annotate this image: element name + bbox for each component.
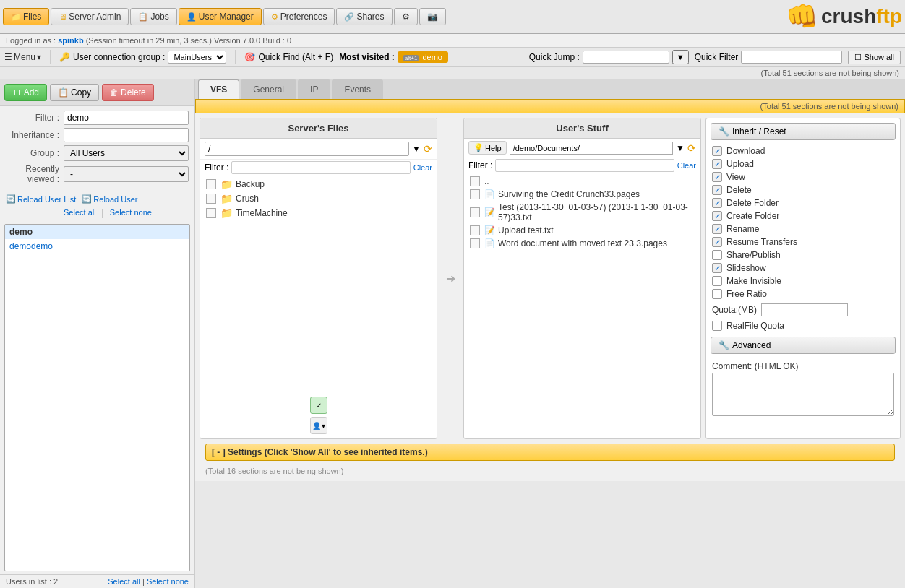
file-checkbox[interactable] [206, 194, 216, 204]
help-button[interactable]: 💡 Help [468, 141, 507, 155]
permissions-panel: 🔧 Inherit / Reset Download Upload [705, 118, 901, 439]
server-file-row-0[interactable]: 📁 Backup [200, 177, 437, 191]
comment-textarea[interactable] [712, 373, 894, 416]
demo-badge[interactable]: alt+1 demo [398, 51, 448, 63]
refresh-icon[interactable]: ⟳ [424, 143, 432, 155]
perm-checkbox-realfile-quota[interactable] [712, 321, 722, 331]
uss-filter-input[interactable] [495, 159, 674, 172]
perm-checkbox-upload[interactable] [712, 159, 722, 169]
uss-refresh-icon[interactable]: ⟳ [687, 142, 696, 154]
reload-user-icon: 🔄 [82, 194, 92, 204]
uss-file-row-0[interactable]: .. [464, 175, 700, 188]
tab-general[interactable]: General [241, 79, 296, 99]
perm-row-download: Download [712, 144, 894, 157]
inherit-reset-button[interactable]: 🔧 Inherit / Reset [711, 123, 896, 140]
group-select[interactable]: All Users [64, 145, 189, 161]
user-item-demodemo[interactable]: demodemo [5, 239, 189, 254]
user-item-demo[interactable]: demo [5, 225, 189, 239]
perm-checkbox-make-invisible[interactable] [712, 276, 722, 286]
total-notice: (Total 51 sections are not being shown) [761, 69, 899, 77]
server-filter-row: Filter : Clear [200, 160, 437, 176]
tab-jobs[interactable]: 📋 Jobs [130, 8, 176, 25]
advanced-button[interactable]: 🔧 Advanced [711, 337, 896, 354]
select-none-top-link[interactable]: Select none [110, 208, 152, 218]
menu-button[interactable]: ☰ Menu ▾ [4, 52, 41, 62]
uss-path-input[interactable] [510, 142, 673, 155]
file-checkbox[interactable] [470, 176, 480, 186]
add-button[interactable]: + + Add [4, 84, 47, 101]
tab-ip[interactable]: IP [298, 79, 330, 99]
confirm-action-btn[interactable]: ✓ [310, 397, 327, 414]
file-checkbox[interactable] [470, 207, 480, 217]
right-arrow-icon: ➜ [446, 272, 455, 285]
show-all-button[interactable]: ☐ Show all [848, 51, 901, 64]
user-dropdown-btn[interactable]: 👤 ▾ [310, 417, 327, 434]
inheritance-input[interactable] [64, 128, 189, 142]
path-input[interactable] [205, 142, 409, 156]
tab-user-manager[interactable]: 👤 User Manager [179, 8, 262, 25]
server-filter-input[interactable] [231, 161, 410, 174]
quick-filter-input[interactable] [741, 51, 842, 64]
tab-server-admin[interactable]: 🖥 Server Admin [51, 8, 129, 25]
file-checkbox[interactable] [206, 179, 216, 189]
quota-input[interactable] [761, 303, 848, 316]
copy-button[interactable]: 📋 Copy [50, 84, 99, 101]
select-links-top: Select all | Select none [0, 207, 194, 221]
tab-extra2[interactable]: 📷 [419, 8, 446, 25]
server-file-row-2[interactable]: 📁 TimeMachine [200, 206, 437, 220]
reload-user-list-link[interactable]: 🔄 Reload User List [6, 194, 76, 204]
uss-file-row-4[interactable]: 📄 Word document with moved text 23 3.pag… [464, 237, 700, 250]
tab-files[interactable]: 📁 Files [3, 8, 49, 25]
perm-row-resume-transfers: Resume Transfers [712, 235, 894, 248]
select-all-top-link[interactable]: Select all [64, 208, 96, 218]
uss-file-row-3[interactable]: 📝 Upload test.txt [464, 224, 700, 237]
perm-checkbox-share-publish[interactable] [712, 250, 722, 260]
perm-row-free-ratio: Free Ratio [712, 287, 894, 301]
tab-vfs[interactable]: VFS [198, 79, 239, 99]
file-checkbox[interactable] [470, 238, 480, 248]
select-all-bottom-link[interactable]: Select all [108, 577, 140, 586]
perm-checkbox-delete[interactable] [712, 185, 722, 195]
tab-extra1[interactable]: ⚙ [394, 8, 418, 25]
tab-shares[interactable]: 🔗 Shares [336, 8, 392, 25]
file-checkbox[interactable] [470, 225, 480, 235]
divider2 [235, 50, 236, 64]
perm-row-delete-folder: Delete Folder [712, 196, 894, 209]
reload-list-icon: 🔄 [6, 194, 16, 204]
select-none-bottom-link[interactable]: Select none [147, 577, 189, 586]
perm-checkbox-slideshow[interactable] [712, 263, 722, 273]
file-checkbox[interactable] [470, 189, 480, 199]
server-file-row-1[interactable]: 📁 Crush [200, 191, 437, 206]
perm-checkbox-download[interactable] [712, 146, 722, 156]
uss-top-bar: 💡 Help ▼ ⟳ [464, 139, 700, 157]
uss-path-dropdown[interactable]: ▼ [676, 143, 685, 153]
uss-file-row-2[interactable]: 📝 Test (2013-11-30_01-03-57) (2013-1 1-3… [464, 201, 700, 224]
reload-user-link[interactable]: 🔄 Reload User [82, 194, 137, 204]
perm-checkbox-delete-folder[interactable] [712, 198, 722, 208]
perm-checkbox-free-ratio[interactable] [712, 289, 722, 299]
file-checkbox[interactable] [206, 208, 216, 218]
user-icon: 👤 [312, 422, 321, 430]
perm-checkbox-view[interactable] [712, 172, 722, 182]
uss-file-row-1[interactable]: 📄 Surviving the Credit Crunch33.pages [464, 188, 700, 201]
path-dropdown-btn[interactable]: ▼ [412, 144, 421, 154]
filter-input[interactable] [64, 111, 189, 125]
users-count-bar: Users in list : 2 Select all | Select no… [0, 574, 194, 588]
perm-checkbox-create-folder[interactable] [712, 211, 722, 221]
tab-preferences[interactable]: ⚙ Preferences [263, 8, 335, 25]
quick-jump-input[interactable] [583, 51, 669, 64]
quick-filter: Quick Filter [695, 51, 843, 64]
uss-clear-link[interactable]: Clear [677, 161, 696, 170]
server-clear-link[interactable]: Clear [413, 163, 432, 172]
perm-row-upload: Upload [712, 157, 894, 170]
settings-bar[interactable]: [ - ] Settings (Click 'Show All' to see … [205, 444, 895, 461]
jobs-icon: 📋 [138, 12, 148, 22]
user-conn-select[interactable]: MainUsers [168, 51, 226, 64]
user-connection-group: 🔑 User connection group : MainUsers [59, 51, 226, 64]
perm-checkbox-rename[interactable] [712, 224, 722, 234]
tab-events[interactable]: Events [332, 79, 383, 99]
quick-jump-btn[interactable]: ▼ [672, 50, 689, 64]
perm-checkbox-resume-transfers[interactable] [712, 237, 722, 247]
delete-button[interactable]: 🗑 Delete [102, 84, 154, 101]
recently-viewed-select[interactable]: - [64, 166, 189, 182]
